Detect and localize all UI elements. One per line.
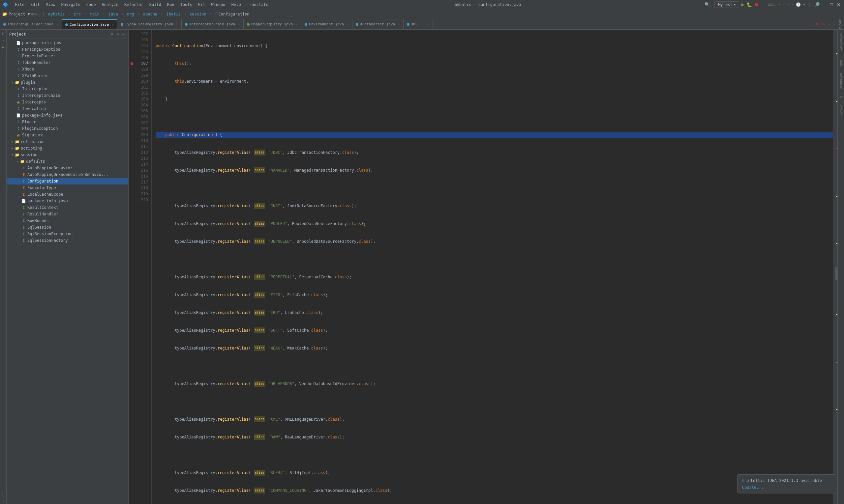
- database-tool-icon[interactable]: Database: [839, 71, 843, 91]
- tab-close-config[interactable]: ✕: [112, 23, 114, 26]
- debug-run-button[interactable]: 🐛: [746, 2, 752, 7]
- run-tool-icon[interactable]: ▶: [0, 44, 6, 50]
- project-tool-icon[interactable]: P: [0, 31, 6, 37]
- project-settings-button[interactable]: ⚙: [116, 32, 120, 37]
- tree-item-plugin-folder[interactable]: ▼ 📁 plugin: [6, 79, 128, 86]
- tab-close-interceptor[interactable]: ✕: [238, 22, 240, 26]
- run-button[interactable]: ▶: [741, 1, 744, 7]
- tab-close-mapper[interactable]: ✕: [296, 22, 298, 26]
- tree-item-token-handler[interactable]: C TokenHandler: [6, 59, 128, 66]
- tree-item-configuration-selected[interactable]: C Configuration: [6, 178, 128, 184]
- breadcrumb-main[interactable]: main: [88, 11, 102, 17]
- hide-panel-icon[interactable]: —: [39, 12, 41, 16]
- todo-tool-icon[interactable]: TODO: [839, 56, 843, 68]
- menu-code[interactable]: Code: [84, 2, 99, 7]
- menu-file[interactable]: File: [12, 2, 27, 7]
- tab-xmlconfigbuilder[interactable]: XMLConfigBuilder.java ✕: [0, 19, 62, 29]
- favorites-icon[interactable]: ★: [0, 498, 6, 504]
- tree-item-interceptor-chain[interactable]: C InterceptorChain: [6, 92, 128, 99]
- structure-tool-icon[interactable]: Structure: [839, 31, 843, 53]
- menu-build[interactable]: Build: [147, 2, 164, 7]
- breadcrumb-ibatis[interactable]: ibatis: [165, 11, 183, 17]
- tree-item-package-info[interactable]: 📄 package-info.java: [6, 39, 128, 46]
- code-editor[interactable]: public Configuration(Environment environ…: [152, 30, 833, 504]
- tree-item-signature[interactable]: @ Signature: [6, 132, 128, 138]
- tree-item-row-bounds[interactable]: C RowBounds: [6, 217, 128, 224]
- project-sort-button[interactable]: ⊞: [110, 32, 114, 37]
- tab-mapperregistry[interactable]: MapperRegistry.java ✕: [244, 19, 302, 29]
- tree-item-invocation[interactable]: C Invocation: [6, 105, 128, 112]
- tree-item-property-parser[interactable]: C PropertyParser: [6, 53, 128, 59]
- tab-environment[interactable]: Environment.java ✕: [302, 19, 352, 29]
- tab-configuration[interactable]: Configuration.java ✕: [62, 19, 117, 29]
- breadcrumb-session[interactable]: session: [188, 11, 208, 17]
- close-button[interactable]: ✕: [836, 2, 841, 7]
- tab-close-xml[interactable]: ✕: [427, 22, 429, 26]
- breadcrumb-org[interactable]: org: [125, 11, 136, 17]
- tree-item-interceptor[interactable]: I Interceptor: [6, 86, 128, 92]
- tree-item-xnode[interactable]: C XNode: [6, 66, 128, 72]
- breadcrumb-java[interactable]: java: [106, 11, 120, 17]
- tree-item-xpath-parser[interactable]: C XPathParser: [6, 72, 128, 79]
- menu-analyze[interactable]: Analyze: [99, 2, 121, 7]
- search-icon[interactable]: 🔍: [705, 2, 710, 7]
- tree-item-session-folder[interactable]: ▼ 📁 session: [6, 151, 128, 158]
- menu-tools[interactable]: Tools: [178, 2, 195, 7]
- menu-edit[interactable]: Edit: [28, 2, 42, 7]
- breadcrumb-src[interactable]: src: [72, 11, 83, 17]
- tab-close-xpath[interactable]: ✕: [398, 22, 400, 26]
- menu-refactor[interactable]: Refactor: [122, 2, 146, 7]
- tree-item-reflection-folder[interactable]: ▶ 📁 reflection: [6, 138, 128, 145]
- tab-nav-prev[interactable]: ‹: [828, 22, 831, 27]
- tree-item-scripting-folder[interactable]: ▶ 📁 scripting: [6, 145, 128, 151]
- scroll-thumb[interactable]: [836, 267, 838, 280]
- tree-item-result-handler[interactable]: I ResultHandler: [6, 211, 128, 217]
- search-everywhere-button[interactable]: 🔎: [814, 2, 820, 7]
- tree-item-auto-mapping-unknown[interactable]: E AutoMappingUnknownColumnBehavio...: [6, 171, 128, 178]
- tab-close-env[interactable]: ✕: [347, 22, 349, 26]
- tab-xml-more[interactable]: XML... ✕: [403, 19, 433, 29]
- tab-interceptorchain[interactable]: InterceptorChain.java ✕: [182, 19, 244, 29]
- menu-translate[interactable]: Translate: [244, 2, 271, 7]
- tree-item-pkg-info[interactable]: 📄 package-info.java: [6, 112, 128, 119]
- menu-window[interactable]: Window: [208, 2, 228, 7]
- tree-item-sql-session-exception[interactable]: C SqlSessionException: [6, 231, 128, 237]
- undo-button[interactable]: ↩: [803, 2, 805, 7]
- project-dropdown[interactable]: Project ▼: [8, 12, 30, 16]
- editor-scrollbar[interactable]: [833, 30, 838, 504]
- tab-xpathparser[interactable]: XPathParser.java ✕: [352, 19, 403, 29]
- tree-item-plugin-exception[interactable]: C PluginException: [6, 125, 128, 132]
- tree-item-auto-mapping[interactable]: E AutoMappingBehavior: [6, 165, 128, 171]
- settings-icon[interactable]: ⚙: [35, 12, 37, 16]
- tree-item-intercepts[interactable]: @ Intercepts: [6, 99, 128, 105]
- m-tool-icon[interactable]: m: [839, 94, 843, 100]
- tab-close-typealias[interactable]: ✕: [176, 22, 178, 26]
- tab-close-xmlconfig[interactable]: ✕: [56, 22, 58, 26]
- gutter-breakpoint-197[interactable]: ●: [128, 60, 135, 67]
- tree-item-result-context[interactable]: I ResultContext: [6, 204, 128, 211]
- tree-item-pkg-info2[interactable]: 📄 package-info.java: [6, 198, 128, 204]
- tree-item-parsing-exception[interactable]: C ParsingException: [6, 46, 128, 53]
- tree-item-executor-type[interactable]: E ExecutorType: [6, 184, 128, 191]
- update-link[interactable]: Update...: [742, 485, 831, 490]
- project-hide-button[interactable]: —: [121, 32, 126, 37]
- tab-typealiasregistry[interactable]: TypeAliasRegistry.java ✕: [117, 19, 182, 29]
- tab-nav-next[interactable]: ›: [833, 22, 836, 27]
- learn-icon[interactable]: L: [0, 491, 6, 497]
- tree-item-plugin-class[interactable]: C Plugin: [6, 119, 128, 125]
- breadcrumb-mybatis[interactable]: mybatis: [46, 11, 67, 17]
- tree-item-local-cache-scope[interactable]: E LocalCacheScope: [6, 191, 128, 198]
- tree-item-defaults-folder[interactable]: ▼ 📁 defaults: [6, 158, 128, 165]
- tree-item-sql-session-factory[interactable]: I SqlSessionFactory: [6, 237, 128, 244]
- breadcrumb-configuration[interactable]: C Configuration: [213, 11, 252, 17]
- menu-view[interactable]: View: [43, 2, 58, 7]
- menu-help[interactable]: Help: [229, 2, 244, 7]
- stop-button[interactable]: ⏹: [754, 2, 759, 7]
- commit-tool-icon[interactable]: ↑: [0, 38, 6, 43]
- maven-tool-icon[interactable]: Maven: [839, 104, 843, 117]
- maximize-button[interactable]: □: [829, 2, 834, 7]
- menu-git[interactable]: Git: [195, 2, 208, 7]
- tree-item-sql-session[interactable]: I SqlSession: [6, 224, 128, 231]
- menu-navigate[interactable]: Navigate: [59, 2, 83, 7]
- collapse-all-icon[interactable]: ⊞: [31, 12, 34, 16]
